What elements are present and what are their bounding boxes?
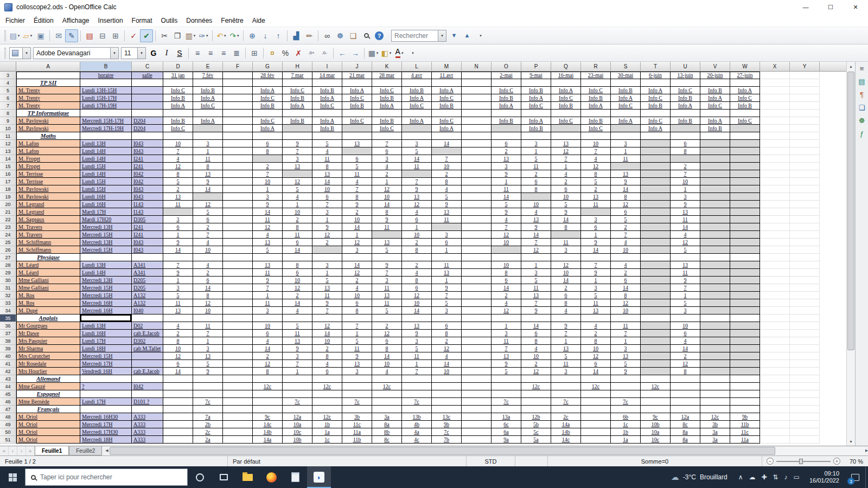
- cell-J21[interactable]: 2: [342, 208, 372, 216]
- cell-R35[interactable]: [581, 314, 611, 322]
- sidebar-functions-icon[interactable]: ƒ: [857, 129, 867, 138]
- cell-X6[interactable]: [760, 94, 790, 102]
- cell-L19[interactable]: 13: [402, 193, 432, 201]
- cell-O38[interactable]: 11: [492, 337, 521, 345]
- cell-C40[interactable]: [132, 352, 163, 360]
- cell-N5[interactable]: [462, 87, 492, 94]
- cell-R24[interactable]: 1: [581, 231, 611, 239]
- cell-L47[interactable]: [402, 406, 432, 413]
- cell-B9[interactable]: Mercredi 15H-17H: [80, 117, 132, 125]
- row-header-45[interactable]: 45: [0, 390, 16, 398]
- cell-H23[interactable]: 8: [283, 223, 312, 231]
- cell-U42[interactable]: 8: [671, 368, 700, 375]
- cell-K24[interactable]: [372, 231, 402, 239]
- cell-M49[interactable]: 9b: [432, 421, 462, 428]
- cell-D45[interactable]: [163, 390, 193, 398]
- cell-S22[interactable]: 5: [611, 216, 641, 223]
- cell-U35[interactable]: [671, 314, 700, 322]
- cell-D25[interactable]: 9: [163, 239, 193, 246]
- cell-L49[interactable]: 4b: [402, 421, 432, 428]
- cell-Q15[interactable]: 1: [551, 163, 581, 170]
- cell-T11[interactable]: [641, 132, 671, 140]
- cell-J39[interactable]: 11: [342, 345, 372, 352]
- cell-H43[interactable]: [283, 375, 312, 383]
- cell-N29[interactable]: [462, 269, 492, 277]
- cell-S7[interactable]: Info C: [611, 102, 641, 110]
- cell-A9[interactable]: M. Pavlowski: [16, 117, 80, 125]
- cell-T51[interactable]: 10c: [641, 436, 671, 444]
- cell-R22[interactable]: 3: [581, 216, 611, 223]
- cell-X46[interactable]: [760, 398, 790, 406]
- row-header-33[interactable]: 33: [0, 299, 16, 307]
- cell-C25[interactable]: I043: [132, 239, 163, 246]
- cell-X22[interactable]: [760, 216, 790, 223]
- cell-L44[interactable]: [402, 383, 432, 390]
- cell-P8[interactable]: [521, 110, 551, 117]
- cell-K33[interactable]: 11: [372, 299, 402, 307]
- cell-N14[interactable]: [462, 155, 492, 163]
- column-header-E[interactable]: E: [193, 62, 223, 71]
- cell-E34[interactable]: 10: [193, 307, 223, 314]
- cell-U13[interactable]: 8: [671, 147, 700, 155]
- cell-U5[interactable]: Info C: [671, 87, 700, 94]
- cell-T10[interactable]: Info A: [641, 125, 671, 132]
- cell-A48[interactable]: M. Oriol: [16, 413, 80, 421]
- cell-F33[interactable]: [223, 299, 253, 307]
- cell-A36[interactable]: Mr Gourgues: [16, 322, 80, 330]
- cell-U29[interactable]: 11: [671, 269, 700, 277]
- cell-R19[interactable]: 13: [581, 193, 611, 201]
- cell-U45[interactable]: [671, 390, 700, 398]
- cell-K51[interactable]: 8c: [372, 436, 402, 444]
- cell-H18[interactable]: 5: [283, 185, 312, 193]
- cell-A21[interactable]: M. Legrand: [16, 208, 80, 216]
- cell-U38[interactable]: 4: [671, 337, 700, 345]
- cell-P15[interactable]: 11: [521, 163, 551, 170]
- cell-O36[interactable]: 1: [492, 322, 521, 330]
- cell-S18[interactable]: 14: [611, 185, 641, 193]
- cell-K42[interactable]: 4: [372, 368, 402, 375]
- row-header-14[interactable]: 14: [0, 155, 16, 163]
- cell-C8[interactable]: [132, 110, 163, 117]
- cell-U18[interactable]: 1: [671, 185, 700, 193]
- cell-S39[interactable]: 3: [611, 345, 641, 352]
- cell-I36[interactable]: 12: [312, 322, 342, 330]
- cell-K29[interactable]: 7: [372, 269, 402, 277]
- insert-chart-icon[interactable]: ▟: [290, 29, 303, 42]
- cell-V18[interactable]: [700, 185, 730, 193]
- cell-D40[interactable]: 12: [163, 352, 193, 360]
- cell-V24[interactable]: [700, 231, 730, 239]
- cell-B50[interactable]: Mercredi 17H30: [80, 428, 132, 436]
- cell-J22[interactable]: 10: [342, 216, 372, 223]
- cell-G18[interactable]: 1: [253, 185, 283, 193]
- cell-A31[interactable]: Mme Galliani: [16, 284, 80, 292]
- cell-F48[interactable]: [223, 413, 253, 421]
- cell-K4[interactable]: [372, 79, 402, 87]
- cell-I16[interactable]: 13: [312, 170, 342, 178]
- cell-W42[interactable]: [730, 368, 760, 375]
- cell-M21[interactable]: 13: [432, 208, 462, 216]
- cell-Q47[interactable]: [551, 406, 581, 413]
- cell-N21[interactable]: [462, 208, 492, 216]
- cell-B37[interactable]: Lundi 16H: [80, 330, 132, 337]
- cell-J14[interactable]: 6: [342, 155, 372, 163]
- cell-W39[interactable]: [730, 345, 760, 352]
- cell-Y29[interactable]: [790, 269, 820, 277]
- cell-G49[interactable]: 14c: [253, 421, 283, 428]
- cell-V6[interactable]: Info A: [700, 94, 730, 102]
- cell-L12[interactable]: 3: [402, 140, 432, 147]
- cell-H28[interactable]: 8: [283, 261, 312, 269]
- sheet-nav-button-2[interactable]: ›: [17, 446, 26, 455]
- cell-D36[interactable]: 4: [163, 322, 193, 330]
- cell-P10[interactable]: Info B: [521, 125, 551, 132]
- cell-E25[interactable]: 4: [193, 239, 223, 246]
- align-right-icon[interactable]: ≡: [217, 47, 230, 60]
- cell-G21[interactable]: 14: [253, 208, 283, 216]
- row-header-46[interactable]: 46: [0, 398, 16, 406]
- cell-C31[interactable]: D205: [132, 284, 163, 292]
- cell-G29[interactable]: 11: [253, 269, 283, 277]
- cell-I31[interactable]: 13: [312, 284, 342, 292]
- borders-icon[interactable]: ▦▾: [367, 47, 380, 60]
- cell-E40[interactable]: 13: [193, 352, 223, 360]
- cell-F16[interactable]: [223, 170, 253, 178]
- cell-T17[interactable]: [641, 178, 671, 185]
